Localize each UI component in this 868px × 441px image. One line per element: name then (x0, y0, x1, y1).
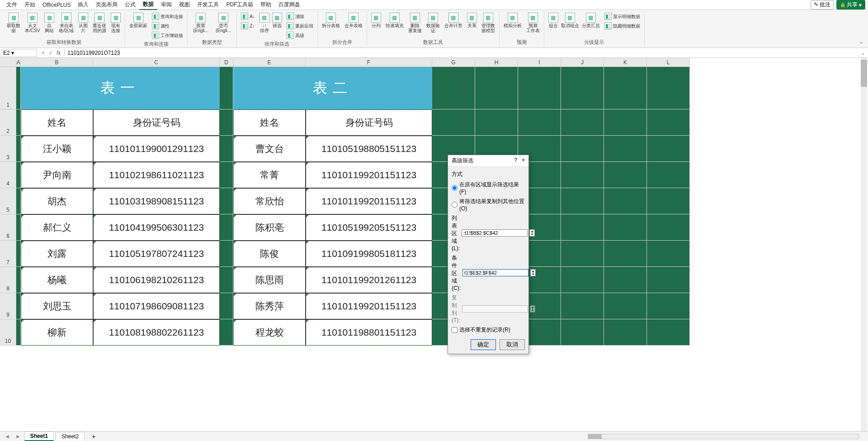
col-header-J[interactable]: J (561, 58, 604, 67)
cell[interactable]: 陈俊 (233, 241, 306, 267)
table1-title[interactable]: 表一 (21, 67, 220, 109)
cell[interactable] (16, 241, 21, 267)
cell[interactable]: 110101199201151123 (306, 188, 432, 214)
row-header-2[interactable]: 2 (0, 109, 16, 136)
menu-baidu[interactable]: 百度网盘 (275, 0, 304, 9)
ribbon-button[interactable]: ▦合并表格 (343, 12, 364, 29)
cell[interactable]: 曹文台 (233, 136, 306, 162)
cell[interactable] (518, 109, 561, 136)
col-header-L[interactable]: L (647, 58, 690, 67)
menu-pdf[interactable]: PDF工具箱 (222, 0, 257, 9)
cell[interactable] (604, 162, 647, 188)
ribbon-button[interactable]: ▦拆分表格 (321, 12, 341, 29)
cell[interactable] (220, 136, 233, 162)
cell[interactable]: 刘露 (21, 241, 93, 267)
col-header-B[interactable]: B (21, 58, 93, 67)
ribbon-button[interactable]: ▦数据验证 (425, 12, 441, 34)
cell[interactable] (220, 162, 233, 188)
ribbon-button[interactable]: ▦筛选 (271, 12, 283, 34)
ribbon-button[interactable]: ▦最近使用的源 (91, 12, 108, 34)
cell[interactable] (604, 109, 647, 136)
cell[interactable] (16, 162, 21, 188)
row-header-1[interactable]: 1 (0, 67, 16, 109)
col-header-K[interactable]: K (604, 58, 647, 67)
ribbon-button[interactable]: ▦货币 (Engli... (213, 12, 234, 34)
range-picker-icon[interactable]: ↥ (530, 269, 536, 276)
cell[interactable] (220, 214, 233, 241)
cancel-button[interactable]: 取消 (500, 339, 525, 350)
cell[interactable] (561, 162, 604, 188)
cell[interactable] (604, 136, 647, 162)
comments-button[interactable]: ✎ 批注 (811, 0, 834, 9)
cell[interactable] (647, 109, 690, 136)
ribbon-button[interactable]: ▦全部刷新 (128, 12, 149, 29)
cell[interactable] (220, 293, 233, 319)
col-header-E[interactable]: E (233, 58, 306, 67)
ribbon-button[interactable]: ◧重新应用 (285, 21, 315, 30)
menu-insert[interactable]: 插入 (74, 0, 92, 9)
ribbon-button[interactable]: ▦从文本/CSV (24, 12, 41, 34)
cell[interactable] (475, 67, 518, 109)
unique-checkbox[interactable]: 选择不重复的记录(R) (452, 326, 525, 334)
fx-icon[interactable]: fx (57, 50, 61, 56)
table2-title[interactable]: 表二 (233, 67, 432, 109)
scrollbar-vertical[interactable] (861, 58, 867, 431)
cell[interactable]: 110101199201151123 (306, 162, 432, 188)
cell[interactable]: 110106198210261123 (93, 267, 220, 293)
ribbon-button[interactable]: ▦快速填充 (384, 12, 405, 29)
menu-data[interactable]: 数据 (139, 0, 157, 10)
ribbon-button[interactable]: ◧属性 (151, 21, 184, 30)
ribbon-button[interactable]: ▦模拟分析 (502, 12, 523, 29)
ribbon-button[interactable]: ◧隐藏明细数据 (603, 21, 642, 30)
cell[interactable] (604, 188, 647, 214)
cell[interactable] (647, 188, 690, 214)
cell[interactable] (647, 241, 690, 267)
spreadsheet-grid[interactable]: ABCDEFGHIJKL 12345678910 表一表二姓名身份证号码姓名身份… (0, 58, 868, 431)
cell[interactable]: 陈思雨 (233, 267, 306, 293)
cell[interactable] (561, 293, 604, 319)
cell[interactable] (16, 67, 21, 109)
cell[interactable] (16, 109, 21, 136)
cell[interactable]: 110103198908151123 (93, 188, 220, 214)
cell[interactable]: 110109199805181123 (306, 241, 432, 267)
ribbon-button[interactable]: ▦来自表格/区域 (57, 12, 75, 34)
ribbon-button[interactable]: ▦预测工作表 (525, 12, 541, 34)
filter-inplace-radio[interactable]: 在原有区域显示筛选结果(F) (452, 181, 525, 195)
cell[interactable] (647, 214, 690, 241)
row-header-6[interactable]: 6 (0, 214, 16, 241)
cell[interactable] (561, 136, 604, 162)
help-icon[interactable]: ? (514, 157, 517, 163)
row-header-9[interactable]: 9 (0, 293, 16, 319)
col-header-G[interactable]: G (432, 58, 475, 67)
menu-layout[interactable]: 页面布局 (92, 0, 121, 9)
menu-help[interactable]: 帮助 (257, 0, 275, 9)
ribbon-button[interactable]: ◧工作簿链接 (151, 31, 184, 40)
cell[interactable]: 胡杰 (21, 188, 93, 214)
cell[interactable] (432, 109, 475, 136)
ribbon-button[interactable]: ▦分类汇总 (580, 12, 601, 29)
ribbon-button[interactable]: ▦获取数据 (5, 12, 22, 34)
list-range-input[interactable] (462, 229, 528, 237)
cell[interactable]: 110101199201261123 (306, 267, 432, 293)
menu-officeplus[interactable]: OfficePLUS (39, 1, 74, 9)
cell[interactable] (647, 267, 690, 293)
row-header-3[interactable]: 3 (0, 136, 16, 162)
share-button[interactable]: 共享 ▾ (836, 0, 865, 9)
cell[interactable] (220, 188, 233, 214)
cell[interactable] (16, 319, 21, 346)
col-header-A[interactable]: A (16, 58, 21, 67)
ribbon-button[interactable]: ▦现有连接 (109, 12, 122, 34)
col-header-H[interactable]: H (475, 58, 518, 67)
cell[interactable]: 110105197807241123 (93, 241, 220, 267)
cell[interactable]: 110107198609081123 (93, 293, 220, 319)
cell[interactable] (475, 109, 518, 136)
col-header-C[interactable]: C (93, 58, 220, 67)
cell[interactable] (604, 67, 647, 109)
cell[interactable] (561, 267, 604, 293)
cell[interactable] (16, 188, 21, 214)
cell[interactable] (220, 241, 233, 267)
cell[interactable]: 姓名 (21, 109, 93, 136)
cell[interactable] (518, 67, 561, 109)
cell[interactable] (604, 267, 647, 293)
cancel-icon[interactable]: × (42, 50, 45, 56)
